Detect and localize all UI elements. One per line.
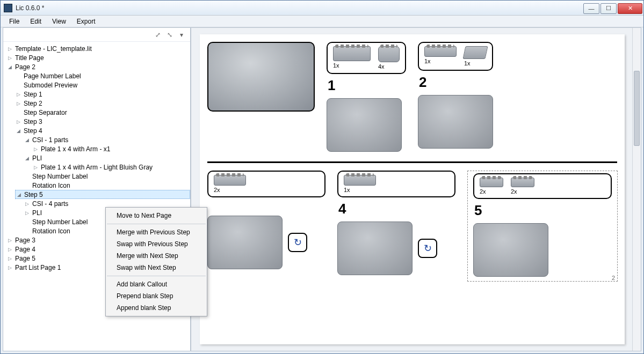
step-number-5: 5 [474,202,612,219]
step-3[interactable]: 2x ↻ [207,171,325,282]
vertical-scrollbar[interactable] [632,28,641,351]
more-icon[interactable]: ▾ [177,31,186,39]
step-row-2: 2x ↻ 1x 4 [207,171,617,282]
step-2[interactable]: 1x 1x 2 [418,42,493,152]
step-number-2: 2 [419,74,493,91]
step-separator [207,161,617,163]
content-area: ⤢ ⤡ ▾ ▷Template - LIC_template.lit ▷Titl… [1,27,643,353]
chevron-down-icon[interactable]: ◢ [16,191,22,198]
pli-step-3[interactable]: 2x [207,171,325,197]
part-qty: 2x [511,188,517,195]
chevron-right-icon[interactable]: ▷ [15,91,21,98]
menu-export[interactable]: Export [71,17,101,26]
rotation-icon[interactable]: ↻ [288,233,307,252]
context-move-next-page[interactable]: Move to Next Page [106,210,207,222]
page-number-label: 2 [612,275,615,281]
chevron-right-icon[interactable]: ▷ [6,55,13,61]
step-5-selected[interactable]: 2x 2x 5 2 [467,171,618,282]
tree-item-step-2[interactable]: ▷Step 2 [15,99,190,108]
context-swap-prev[interactable]: Swap with Previous Step [106,238,207,250]
pli-step-1[interactable]: 1x 4x [327,42,406,74]
pli-step-2[interactable]: 1x 1x [418,42,493,71]
menu-edit[interactable]: Edit [25,17,47,26]
chevron-right-icon[interactable]: ▷ [6,264,13,271]
maximize-button[interactable]: ☐ [600,3,617,14]
csi-step-4[interactable] [337,222,413,275]
collapse-icon[interactable]: ⤡ [165,31,174,39]
context-merge-prev[interactable]: Merge with Previous Step [106,226,207,238]
menu-separator [107,224,206,224]
close-button[interactable]: ✕ [618,3,642,14]
scroll-thumb[interactable] [634,71,640,146]
tree-item-template[interactable]: ▷Template - LIC_template.lit [6,44,190,53]
context-swap-next[interactable]: Swap with Next Step [106,262,207,274]
menu-separator [107,276,206,276]
title-bar: Lic 0.6.0 * — ☐ ✕ [1,1,643,16]
part-qty: 1x [333,62,339,69]
minimize-button[interactable]: — [583,3,599,14]
tree-item-step-5[interactable]: ◢Step 5 [15,190,190,199]
csi-step-3[interactable] [207,216,283,269]
step-1[interactable]: 1x 4x 1 [327,42,406,152]
menu-file[interactable]: File [4,17,25,26]
rotation-icon[interactable]: ↻ [418,239,437,258]
chevron-right-icon[interactable]: ▷ [32,164,39,171]
part-qty: 2x [214,187,220,193]
tree-item-page-2[interactable]: ◢Page 2 [6,62,190,71]
brick-icon [378,46,400,62]
brick-icon [214,175,246,186]
chevron-down-icon[interactable]: ◢ [24,137,30,143]
tree-item-step-1[interactable]: ▷Step 1 [15,90,190,99]
brick-icon [462,46,488,59]
pli-step-4[interactable]: 1x [337,171,455,197]
tree-item-step-separator[interactable]: Step Separator [15,108,190,117]
window-controls: — ☐ ✕ [583,2,643,14]
brick-icon [333,46,371,61]
chevron-right-icon[interactable]: ▷ [15,119,21,125]
tree-item-submodel-preview[interactable]: Submodel Preview [15,80,190,90]
context-append-step[interactable]: Append blank Step [106,302,207,314]
page-canvas[interactable]: 1x 4x 1 1x 1x 2 [191,27,641,351]
chevron-right-icon[interactable]: ▷ [24,210,30,216]
chevron-right-icon[interactable]: ▷ [6,46,13,52]
tree-item-csi-1[interactable]: ◢CSI - 1 parts [24,135,190,144]
step-number-1: 1 [328,77,406,94]
step-4[interactable]: 1x 4 ↻ [337,171,455,282]
app-window: Lic 0.6.0 * — ☐ ✕ File Edit View Export … [0,0,644,354]
context-merge-next[interactable]: Merge with Next Step [106,250,207,262]
instruction-page[interactable]: 1x 4x 1 1x 1x 2 [200,34,625,344]
expand-icon[interactable]: ⤢ [154,31,162,39]
chevron-right-icon[interactable]: ▷ [24,201,30,207]
tree-item-rotation-icon[interactable]: Rotation Icon [24,181,190,190]
csi-step-5[interactable] [473,223,548,277]
chevron-down-icon[interactable]: ◢ [6,64,13,70]
chevron-right-icon[interactable]: ▷ [6,255,13,262]
submodel-preview-image [207,42,315,112]
tree-item-step-number-label[interactable]: Step Number Label [24,172,190,181]
chevron-down-icon[interactable]: ◢ [24,155,30,161]
part-qty: 1x [344,187,350,193]
brick-icon [344,175,376,186]
tree-item-title-page[interactable]: ▷Title Page [6,53,190,62]
chevron-right-icon[interactable]: ▷ [15,100,21,107]
chevron-right-icon[interactable]: ▷ [6,237,13,244]
tree-item-pli-4-part[interactable]: ▷Plate 1 x 4 with Arm - Light Bluish Gra… [32,163,190,172]
window-title: Lic 0.6.0 * [16,4,583,12]
submodel-preview-box[interactable] [207,42,315,152]
csi-step-2[interactable] [418,95,493,149]
tree-item-csi-1-part[interactable]: ▷Plate 1 x 4 with Arm - x1 [32,144,190,153]
tree-item-pli-4[interactable]: ◢PLI [24,153,190,163]
tree-item-step-3[interactable]: ▷Step 3 [15,117,190,126]
step-number-4: 4 [338,201,455,217]
menu-view[interactable]: View [47,17,71,26]
chevron-right-icon[interactable]: ▷ [32,146,39,152]
tree-toolstrip: ⤢ ⤡ ▾ [3,28,190,42]
context-add-callout[interactable]: Add blank Callout [106,278,207,290]
tree-item-page-number-label[interactable]: Page Number Label [15,71,190,80]
chevron-down-icon[interactable]: ◢ [15,128,21,134]
csi-step-1[interactable] [327,98,402,152]
chevron-right-icon[interactable]: ▷ [6,246,13,253]
pli-step-5[interactable]: 2x 2x [473,173,612,199]
tree-item-step-4[interactable]: ◢Step 4 [15,126,190,135]
context-prepend-step[interactable]: Prepend blank Step [106,290,207,302]
